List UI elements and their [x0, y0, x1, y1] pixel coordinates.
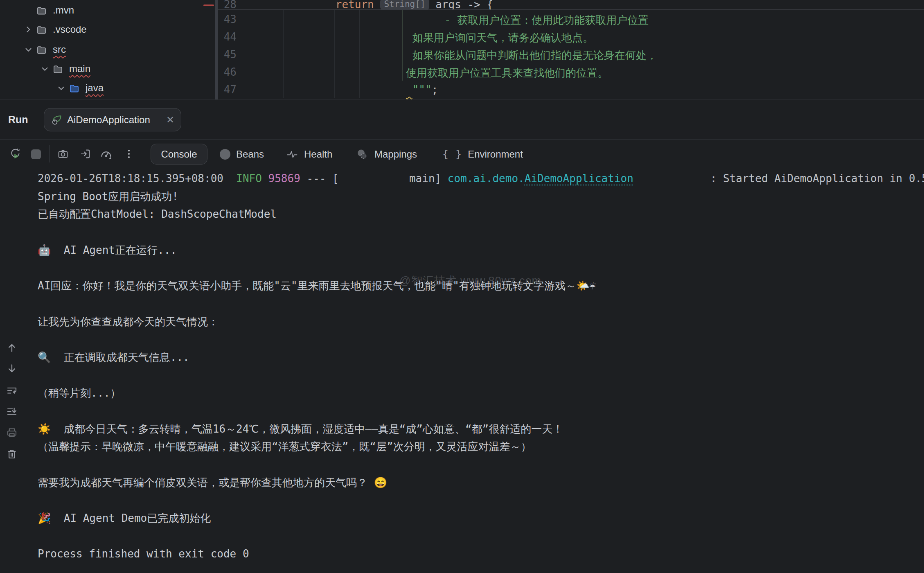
tab-mappings[interactable]: Mappings — [356, 140, 417, 169]
code-editor[interactable]: 28 return String[] args -> { 43 - 获取用户位置… — [218, 0, 924, 99]
tree-error-stripe-mark — [203, 5, 214, 6]
tree-item-vscode[interactable]: .vscode — [23, 20, 87, 39]
folder-icon — [36, 5, 47, 16]
soft-wrap-icon[interactable] — [6, 384, 18, 396]
stop-button[interactable] — [31, 149, 41, 159]
console-output[interactable]: 2026-01-26T18:18:15.395+08:00 INFO 95869… — [38, 170, 924, 573]
clear-console-icon[interactable] — [6, 448, 18, 460]
more-options-icon[interactable] — [123, 147, 135, 160]
return-keyword: return — [336, 0, 381, 10]
code-line-28: return String[] args -> { — [239, 0, 493, 10]
tab-environment[interactable]: { } Environment — [442, 140, 523, 169]
console-line — [38, 367, 924, 385]
tree-item-java[interactable]: java — [56, 79, 104, 97]
console-line: 2026-01-26T18:18:15.395+08:00 INFO 95869… — [38, 170, 924, 188]
scroll-up-icon[interactable] — [6, 342, 18, 354]
tree-scrollbar[interactable] — [215, 0, 218, 99]
chevron-down-icon[interactable] — [56, 83, 66, 93]
exit-icon[interactable] — [79, 148, 92, 160]
line-number: 45 — [218, 48, 237, 61]
tab-health[interactable]: Health — [286, 140, 332, 169]
beans-icon — [220, 149, 230, 160]
console-line — [38, 402, 924, 420]
run-toolwindow-header: Run AiDemoApplication ✕ — [0, 100, 924, 139]
health-pulse-icon — [286, 148, 298, 160]
tree-item-label: java — [86, 82, 104, 94]
folder-icon — [52, 63, 63, 74]
folder-icon — [36, 44, 47, 55]
print-icon[interactable] — [6, 426, 18, 439]
console-gutter — [0, 168, 28, 573]
braces-icon: { } — [442, 148, 462, 160]
folder-icon — [36, 24, 47, 35]
tree-item-label: src — [53, 44, 66, 55]
console-line — [38, 223, 924, 241]
console-line: 🔍 正在调取成都天气信息... — [38, 349, 924, 367]
console-line — [38, 259, 924, 277]
line-number: 28 — [218, 0, 237, 10]
rerun-button[interactable] — [9, 147, 22, 160]
console-line: 🎉 AI Agent Demo已完成初始化 — [38, 510, 924, 528]
tree-item-label: .mvn — [53, 5, 74, 16]
tree-item-label: main — [69, 63, 90, 74]
code-line-47: """; — [239, 83, 438, 96]
sticky-code-line: 28 return String[] args -> { — [218, 0, 924, 10]
close-icon[interactable]: ✕ — [166, 114, 174, 126]
code-line-43: - 获取用户位置：使用此功能获取用户位置 — [239, 13, 649, 27]
folder-icon — [69, 83, 80, 94]
console-line: 已自动配置ChatModel: DashScopeChatModel — [38, 205, 924, 223]
console-line: AI回应：你好！我是你的天气双关语小助手，既能"云"里来雨里去地预报天气，也能"… — [38, 277, 924, 295]
screenshot-icon[interactable] — [57, 148, 69, 160]
tab-console[interactable]: Console — [151, 144, 207, 165]
tree-item-src[interactable]: src — [23, 40, 66, 59]
tree-item-mvn[interactable]: .mvn — [23, 1, 74, 20]
code-line-46: 使用获取用户位置工具来查找他们的位置。 — [239, 66, 608, 80]
console-line: （稍等片刻...） — [38, 384, 924, 402]
run-toolwindow-title: Run — [8, 100, 28, 139]
console-line: 需要我为成都天气再编个俏皮双关语，或是帮你查其他地方的天气吗？ 😄 — [38, 474, 924, 492]
console-line: （温馨提示：早晚微凉，中午暖意融融，建议采用“洋葱式穿衣法”，既“层”次分明，又… — [38, 438, 924, 456]
run-config-tab[interactable]: AiDemoApplication ✕ — [44, 108, 181, 131]
tab-beans[interactable]: Beans — [220, 140, 264, 169]
console-line: Spring Boot应用启动成功! — [38, 188, 924, 206]
console-line — [38, 456, 924, 474]
console-panel: @智汇技术 www.80wz.com 2026-01-26T18:18:15.3… — [0, 168, 924, 573]
line-number: 47 — [218, 83, 237, 96]
console-line — [38, 331, 924, 349]
run-toolbar: Console Beans Health Mappings { } — [0, 139, 924, 168]
code-line-45: 如果你能从问题中判断出他们指的是无论身在何处， — [239, 48, 657, 63]
console-line — [38, 528, 924, 546]
type-inlay-hint: String[] — [380, 0, 429, 10]
tree-item-label: .vscode — [53, 24, 87, 35]
scroll-down-icon[interactable] — [6, 362, 18, 374]
line-number: 43 — [218, 13, 237, 25]
project-tree: .mvn.vscodesrcmainjava — [0, 0, 215, 99]
console-line — [38, 492, 924, 510]
chevron-down-icon[interactable] — [23, 44, 34, 55]
ide-window: .mvn.vscodesrcmainjava 28 return String[… — [0, 0, 924, 573]
code-line-44: 如果用户询问天气，请务必确认地点。 — [239, 31, 593, 45]
chevron-down-icon[interactable] — [39, 63, 50, 74]
line-number: 44 — [218, 31, 237, 43]
spring-boot-icon — [51, 114, 63, 126]
console-line: Process finished with exit code 0 — [38, 545, 924, 563]
scroll-to-end-icon[interactable] — [6, 405, 18, 417]
console-line: 让我先为你查查成都今天的天气情况： — [38, 313, 924, 331]
line-number: 46 — [218, 66, 237, 78]
tree-item-main[interactable]: main — [39, 59, 90, 78]
gauge-icon[interactable] — [99, 147, 113, 161]
console-line: 🤖 AI Agent正在运行... — [38, 241, 924, 259]
run-config-name: AiDemoApplication — [67, 114, 166, 126]
chevron-right-icon[interactable] — [23, 24, 34, 35]
toolbar-separator — [49, 145, 50, 162]
top-section: .mvn.vscodesrcmainjava 28 return String[… — [0, 0, 924, 100]
console-line: ☀️ 成都今日天气：多云转晴，气温16～24℃，微风拂面，湿度适中——真是“成”… — [38, 420, 924, 438]
console-line — [38, 295, 924, 313]
mappings-icon — [356, 148, 369, 161]
